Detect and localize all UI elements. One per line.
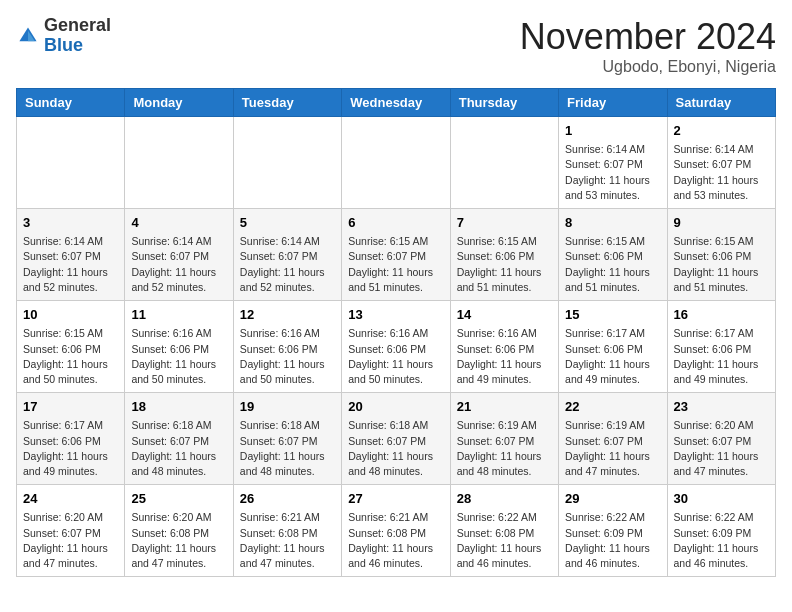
day-info: Sunrise: 6:21 AMSunset: 6:08 PMDaylight:… bbox=[348, 510, 443, 571]
calendar-cell: 22Sunrise: 6:19 AMSunset: 6:07 PMDayligh… bbox=[559, 393, 667, 485]
calendar-cell: 4Sunrise: 6:14 AMSunset: 6:07 PMDaylight… bbox=[125, 209, 233, 301]
calendar-cell: 26Sunrise: 6:21 AMSunset: 6:08 PMDayligh… bbox=[233, 485, 341, 577]
day-number: 11 bbox=[131, 306, 226, 324]
day-info: Sunrise: 6:18 AMSunset: 6:07 PMDaylight:… bbox=[240, 418, 335, 479]
day-number: 3 bbox=[23, 214, 118, 232]
logo-general: General bbox=[44, 15, 111, 35]
day-number: 18 bbox=[131, 398, 226, 416]
calendar-week-row: 10Sunrise: 6:15 AMSunset: 6:06 PMDayligh… bbox=[17, 301, 776, 393]
day-number: 28 bbox=[457, 490, 552, 508]
col-header-monday: Monday bbox=[125, 89, 233, 117]
calendar-cell: 14Sunrise: 6:16 AMSunset: 6:06 PMDayligh… bbox=[450, 301, 558, 393]
calendar-cell: 19Sunrise: 6:18 AMSunset: 6:07 PMDayligh… bbox=[233, 393, 341, 485]
day-info: Sunrise: 6:20 AMSunset: 6:07 PMDaylight:… bbox=[674, 418, 769, 479]
calendar-cell: 5Sunrise: 6:14 AMSunset: 6:07 PMDaylight… bbox=[233, 209, 341, 301]
day-info: Sunrise: 6:21 AMSunset: 6:08 PMDaylight:… bbox=[240, 510, 335, 571]
calendar-cell bbox=[233, 117, 341, 209]
calendar-header-row: SundayMondayTuesdayWednesdayThursdayFrid… bbox=[17, 89, 776, 117]
day-number: 27 bbox=[348, 490, 443, 508]
day-number: 20 bbox=[348, 398, 443, 416]
day-info: Sunrise: 6:15 AMSunset: 6:06 PMDaylight:… bbox=[565, 234, 660, 295]
day-info: Sunrise: 6:16 AMSunset: 6:06 PMDaylight:… bbox=[240, 326, 335, 387]
day-info: Sunrise: 6:15 AMSunset: 6:06 PMDaylight:… bbox=[674, 234, 769, 295]
day-number: 23 bbox=[674, 398, 769, 416]
col-header-thursday: Thursday bbox=[450, 89, 558, 117]
calendar-cell: 18Sunrise: 6:18 AMSunset: 6:07 PMDayligh… bbox=[125, 393, 233, 485]
page-header: General Blue November 2024 Ugbodo, Ebony… bbox=[16, 16, 776, 76]
logo-icon bbox=[16, 24, 40, 48]
day-number: 26 bbox=[240, 490, 335, 508]
day-number: 19 bbox=[240, 398, 335, 416]
calendar-cell bbox=[17, 117, 125, 209]
calendar-cell bbox=[342, 117, 450, 209]
calendar-cell: 2Sunrise: 6:14 AMSunset: 6:07 PMDaylight… bbox=[667, 117, 775, 209]
day-number: 13 bbox=[348, 306, 443, 324]
day-info: Sunrise: 6:14 AMSunset: 6:07 PMDaylight:… bbox=[131, 234, 226, 295]
day-info: Sunrise: 6:14 AMSunset: 6:07 PMDaylight:… bbox=[23, 234, 118, 295]
day-number: 4 bbox=[131, 214, 226, 232]
col-header-tuesday: Tuesday bbox=[233, 89, 341, 117]
day-info: Sunrise: 6:22 AMSunset: 6:08 PMDaylight:… bbox=[457, 510, 552, 571]
calendar-week-row: 24Sunrise: 6:20 AMSunset: 6:07 PMDayligh… bbox=[17, 485, 776, 577]
logo[interactable]: General Blue bbox=[16, 16, 111, 56]
calendar-cell: 1Sunrise: 6:14 AMSunset: 6:07 PMDaylight… bbox=[559, 117, 667, 209]
day-info: Sunrise: 6:20 AMSunset: 6:07 PMDaylight:… bbox=[23, 510, 118, 571]
location: Ugbodo, Ebonyi, Nigeria bbox=[520, 58, 776, 76]
day-info: Sunrise: 6:14 AMSunset: 6:07 PMDaylight:… bbox=[565, 142, 660, 203]
calendar-cell: 10Sunrise: 6:15 AMSunset: 6:06 PMDayligh… bbox=[17, 301, 125, 393]
day-number: 9 bbox=[674, 214, 769, 232]
day-number: 17 bbox=[23, 398, 118, 416]
day-info: Sunrise: 6:17 AMSunset: 6:06 PMDaylight:… bbox=[674, 326, 769, 387]
col-header-sunday: Sunday bbox=[17, 89, 125, 117]
logo-blue: Blue bbox=[44, 35, 83, 55]
col-header-wednesday: Wednesday bbox=[342, 89, 450, 117]
calendar-cell: 23Sunrise: 6:20 AMSunset: 6:07 PMDayligh… bbox=[667, 393, 775, 485]
day-info: Sunrise: 6:18 AMSunset: 6:07 PMDaylight:… bbox=[131, 418, 226, 479]
calendar-cell: 15Sunrise: 6:17 AMSunset: 6:06 PMDayligh… bbox=[559, 301, 667, 393]
day-info: Sunrise: 6:22 AMSunset: 6:09 PMDaylight:… bbox=[565, 510, 660, 571]
day-number: 16 bbox=[674, 306, 769, 324]
month-title: November 2024 bbox=[520, 16, 776, 58]
calendar-cell: 7Sunrise: 6:15 AMSunset: 6:06 PMDaylight… bbox=[450, 209, 558, 301]
day-number: 5 bbox=[240, 214, 335, 232]
day-info: Sunrise: 6:19 AMSunset: 6:07 PMDaylight:… bbox=[565, 418, 660, 479]
day-number: 12 bbox=[240, 306, 335, 324]
day-number: 7 bbox=[457, 214, 552, 232]
calendar-week-row: 1Sunrise: 6:14 AMSunset: 6:07 PMDaylight… bbox=[17, 117, 776, 209]
day-info: Sunrise: 6:19 AMSunset: 6:07 PMDaylight:… bbox=[457, 418, 552, 479]
day-info: Sunrise: 6:22 AMSunset: 6:09 PMDaylight:… bbox=[674, 510, 769, 571]
day-number: 21 bbox=[457, 398, 552, 416]
calendar-cell: 3Sunrise: 6:14 AMSunset: 6:07 PMDaylight… bbox=[17, 209, 125, 301]
title-block: November 2024 Ugbodo, Ebonyi, Nigeria bbox=[520, 16, 776, 76]
calendar-cell bbox=[450, 117, 558, 209]
calendar-cell: 6Sunrise: 6:15 AMSunset: 6:07 PMDaylight… bbox=[342, 209, 450, 301]
calendar-cell: 16Sunrise: 6:17 AMSunset: 6:06 PMDayligh… bbox=[667, 301, 775, 393]
day-info: Sunrise: 6:14 AMSunset: 6:07 PMDaylight:… bbox=[674, 142, 769, 203]
day-number: 29 bbox=[565, 490, 660, 508]
day-number: 1 bbox=[565, 122, 660, 140]
day-number: 22 bbox=[565, 398, 660, 416]
day-info: Sunrise: 6:17 AMSunset: 6:06 PMDaylight:… bbox=[23, 418, 118, 479]
day-info: Sunrise: 6:15 AMSunset: 6:06 PMDaylight:… bbox=[457, 234, 552, 295]
calendar-cell: 13Sunrise: 6:16 AMSunset: 6:06 PMDayligh… bbox=[342, 301, 450, 393]
day-number: 25 bbox=[131, 490, 226, 508]
calendar-cell: 12Sunrise: 6:16 AMSunset: 6:06 PMDayligh… bbox=[233, 301, 341, 393]
calendar-cell: 9Sunrise: 6:15 AMSunset: 6:06 PMDaylight… bbox=[667, 209, 775, 301]
day-number: 8 bbox=[565, 214, 660, 232]
calendar-cell: 30Sunrise: 6:22 AMSunset: 6:09 PMDayligh… bbox=[667, 485, 775, 577]
logo-text: General Blue bbox=[44, 16, 111, 56]
svg-marker-1 bbox=[28, 31, 35, 41]
calendar-week-row: 3Sunrise: 6:14 AMSunset: 6:07 PMDaylight… bbox=[17, 209, 776, 301]
calendar-week-row: 17Sunrise: 6:17 AMSunset: 6:06 PMDayligh… bbox=[17, 393, 776, 485]
day-number: 2 bbox=[674, 122, 769, 140]
calendar-cell: 17Sunrise: 6:17 AMSunset: 6:06 PMDayligh… bbox=[17, 393, 125, 485]
day-info: Sunrise: 6:16 AMSunset: 6:06 PMDaylight:… bbox=[131, 326, 226, 387]
calendar-cell bbox=[125, 117, 233, 209]
calendar-cell: 25Sunrise: 6:20 AMSunset: 6:08 PMDayligh… bbox=[125, 485, 233, 577]
day-number: 10 bbox=[23, 306, 118, 324]
col-header-friday: Friday bbox=[559, 89, 667, 117]
day-number: 30 bbox=[674, 490, 769, 508]
day-info: Sunrise: 6:14 AMSunset: 6:07 PMDaylight:… bbox=[240, 234, 335, 295]
day-number: 24 bbox=[23, 490, 118, 508]
calendar-cell: 24Sunrise: 6:20 AMSunset: 6:07 PMDayligh… bbox=[17, 485, 125, 577]
